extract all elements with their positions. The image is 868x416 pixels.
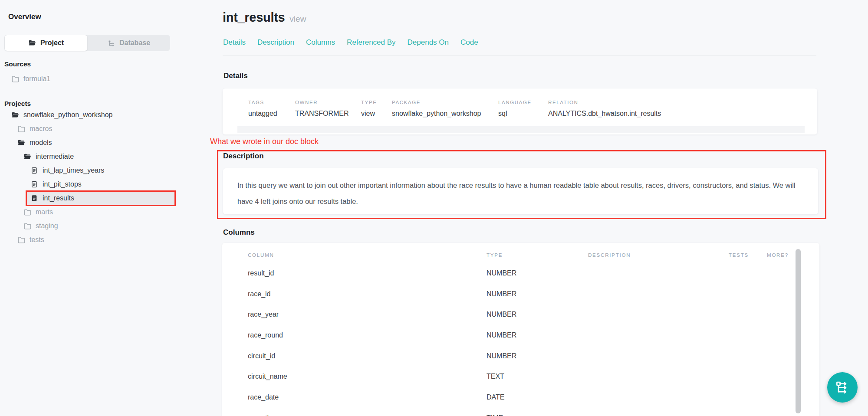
main-content: int_results view DetailsDescriptionColum… [0,0,868,416]
folder-open-icon [23,153,32,161]
details-fields: TAGSuntaggedOWNERTRANSFORMERTYPEviewPACK… [223,88,817,118]
detail-field-value: ANALYTICS.dbt_hwatson.int_results [548,110,661,118]
column-type-cell: NUMBER [487,352,588,360]
column-type-cell: DATE [487,393,588,401]
columns-table-body: result_idNUMBERrace_idNUMBERrace_yearNUM… [222,263,819,416]
column-type-cell: NUMBER [487,290,588,298]
table-row-race_time[interactable]: race_timeTIME [222,408,819,416]
folder-icon [17,236,26,244]
tab-divider [223,56,816,56]
detail-field-label: LANGUAGE [498,100,548,105]
tab-details[interactable]: Details [223,38,246,47]
detail-field-label: RELATION [548,100,661,105]
detail-field-value: TRANSFORMER [295,110,361,118]
table-row-race_year[interactable]: race_yearNUMBER [222,304,819,325]
sidebar-item-label: int_lap_times_years [43,167,104,174]
column-type-cell: NUMBER [487,311,588,318]
table-row-circuit_id[interactable]: circuit_idNUMBER [222,346,819,367]
table-row-race_round[interactable]: race_roundNUMBER [222,325,819,346]
folder-open-icon [11,111,20,119]
page-title: int_results [223,10,285,25]
table-header-column: COLUMN [248,252,487,258]
column-name-cell: race_id [248,290,487,298]
detail-field-language: LANGUAGEsql [498,100,548,118]
file-filled-icon [30,195,39,202]
sidebar-item-label: snowflake_python_workshop [23,111,112,119]
detail-field-package: PACKAGEsnowflake_python_workshop [392,100,498,118]
table-row-race_id[interactable]: race_idNUMBER [222,284,819,305]
column-name-cell: circuit_id [248,352,487,360]
detail-field-label: OWNER [295,100,361,105]
column-name-cell: race_year [248,311,487,318]
column-name-cell: race_time [248,414,487,416]
file-icon [30,167,39,174]
columns-table-header: COLUMNTYPEDESCRIPTIONTESTSMORE? [222,243,819,263]
table-header-description: DESCRIPTION [588,252,729,258]
details-card: TAGSuntaggedOWNERTRANSFORMERTYPEviewPACK… [223,88,817,134]
lineage-graph-button[interactable] [827,372,858,403]
model-type-badge: view [289,14,306,24]
folder-icon [23,223,32,230]
tab-description[interactable]: Description [257,38,294,47]
sidebar-item-label: int_pit_stops [43,180,82,188]
detail-field-owner: OWNERTRANSFORMER [295,100,361,118]
detail-field-label: TAGS [248,100,295,105]
lineage-graph-icon [835,380,850,395]
doc-block-annotation-text: What we wrote in our doc block [210,137,319,146]
file-icon [30,181,39,188]
sidebar-item-label: macros [30,125,52,133]
details-section-heading: Details [224,72,248,80]
column-type-cell: TIME [487,414,588,416]
sidebar-item-label: marts [36,208,53,216]
detail-field-value: snowflake_python_workshop [392,110,498,118]
detail-field-value: view [361,110,392,118]
columns-section-heading: Columns [223,228,255,237]
detail-field-relation: RELATIONANALYTICS.dbt_hwatson.int_result… [548,100,661,118]
detail-field-value: sql [498,110,548,118]
detail-field-tags: TAGSuntagged [248,100,295,118]
tab-referenced-by[interactable]: Referenced By [347,38,395,47]
table-header-more: MORE? [767,252,819,258]
details-card-strip [237,126,805,133]
column-name-cell: race_round [248,331,487,339]
column-type-cell: NUMBER [487,269,588,277]
column-type-cell: NUMBER [487,331,588,339]
table-row-circuit_name[interactable]: circuit_nameTEXT [222,366,819,387]
column-type-cell: TEXT [487,373,588,380]
tab-depends-on[interactable]: Depends On [408,38,449,47]
detail-field-label: TYPE [361,100,392,105]
sidebar-item-label: formula1 [23,75,50,83]
table-row-race_date[interactable]: race_dateDATE [222,387,819,408]
title-row: int_results view [223,10,306,25]
sidebar-item-label: int_results [43,194,74,202]
table-scrollbar[interactable] [796,249,801,413]
description-section-heading: Description [223,152,264,161]
sidebar-item-label: staging [36,222,58,230]
table-header-tests: TESTS [729,252,767,258]
column-name-cell: result_id [248,269,487,277]
column-name-cell: race_date [248,393,487,401]
detail-field-value: untagged [248,110,295,118]
folder-icon [23,209,32,216]
sidebar-item-label: intermediate [36,153,74,161]
detail-field-type: TYPEview [361,100,392,118]
column-name-cell: circuit_name [248,373,487,380]
tab-columns[interactable]: Columns [306,38,335,47]
folder-open-icon [17,139,26,147]
columns-card: COLUMNTYPEDESCRIPTIONTESTSMORE? result_i… [222,243,819,416]
description-card: In this query we want to join out other … [223,168,818,214]
table-header-type: TYPE [487,252,588,258]
sidebar-item-label: models [30,139,52,147]
description-body: In this query we want to join out other … [237,181,796,205]
detail-field-label: PACKAGE [392,100,498,105]
sidebar-item-label: tests [30,236,44,244]
tab-bar: DetailsDescriptionColumnsReferenced ByDe… [223,38,478,47]
folder-icon [17,125,26,133]
folder-icon [11,75,20,83]
tab-code[interactable]: Code [460,38,478,47]
table-row-result_id[interactable]: result_idNUMBER [222,263,819,284]
